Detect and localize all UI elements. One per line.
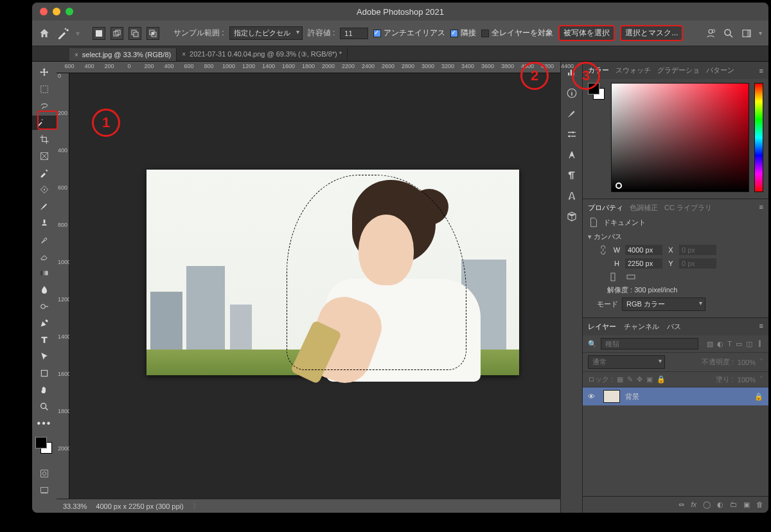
layer-name[interactable]: 背景 — [625, 392, 639, 402]
crop-tool-icon[interactable] — [35, 132, 53, 146]
document-tab[interactable]: × select.jpg @ 33.3% (RGB/8) — [69, 48, 177, 61]
eyedropper-tool-icon[interactable] — [35, 166, 53, 180]
canvas-stage[interactable] — [69, 73, 560, 499]
brush-tool-icon[interactable] — [35, 199, 53, 213]
delete-layer-icon[interactable]: 🗑 — [756, 501, 763, 509]
layer-thumbnail[interactable] — [603, 390, 620, 403]
glyphs-icon[interactable] — [566, 190, 578, 202]
zoom-tool-icon[interactable] — [35, 400, 53, 414]
layer-filter-select[interactable] — [601, 338, 698, 350]
document-canvas[interactable] — [146, 170, 519, 375]
close-tab-icon[interactable]: × — [75, 51, 78, 58]
all-layers-checkbox[interactable]: 全レイヤーを対象 — [481, 28, 553, 39]
character-icon[interactable] — [566, 149, 578, 161]
tab-gradients[interactable]: グラデーショ — [657, 66, 700, 75]
select-and-mask-button[interactable]: 選択とマスク... — [620, 25, 683, 41]
blur-tool-icon[interactable] — [35, 283, 53, 297]
brush-settings-icon[interactable] — [566, 108, 578, 120]
selection-add-icon[interactable] — [111, 27, 123, 40]
gradient-tool-icon[interactable] — [35, 266, 53, 280]
select-subject-button[interactable]: 被写体を選択 — [558, 25, 615, 41]
tab-swatches[interactable]: スウォッチ — [616, 66, 651, 75]
filter-shape-icon[interactable]: ▭ — [736, 340, 742, 348]
marquee-tool-icon[interactable] — [35, 82, 53, 96]
tab-patterns[interactable]: パターン — [706, 66, 734, 75]
selection-subtract-icon[interactable] — [128, 27, 141, 40]
filter-adjust-icon[interactable]: ◐ — [717, 340, 723, 348]
hue-slider[interactable] — [754, 83, 763, 192]
lock-all-icon[interactable]: 🔒 — [657, 375, 666, 384]
filter-toggle-icon[interactable]: ⏽ — [756, 340, 763, 348]
info-icon[interactable] — [566, 87, 578, 99]
new-adjustment-icon[interactable]: ◐ — [717, 501, 723, 509]
link-layers-icon[interactable]: ⇔ — [678, 501, 684, 509]
sample-size-select[interactable]: 指定したピクセル — [229, 26, 303, 40]
new-group-icon[interactable]: 🗀 — [730, 501, 737, 509]
tab-cc-libraries[interactable]: CC ライブラリ — [664, 203, 712, 213]
lock-pixels-icon[interactable]: ▦ — [617, 375, 623, 384]
history-brush-tool-icon[interactable] — [35, 233, 53, 247]
panel-menu-icon[interactable]: ≡ — [759, 67, 763, 75]
color-swatch-icon[interactable] — [588, 83, 606, 101]
healing-brush-tool-icon[interactable] — [35, 182, 53, 197]
orientation-landscape-icon[interactable] — [625, 271, 637, 283]
dodge-tool-icon[interactable] — [35, 299, 53, 314]
lock-paint-icon[interactable]: ✎ — [627, 375, 633, 384]
document-tab[interactable]: × 2021-07-31 0.40.04.png @ 69.3% (③, RGB… — [177, 48, 348, 61]
tab-color[interactable]: カラー — [588, 66, 609, 75]
active-tool-icon[interactable] — [55, 26, 71, 41]
contiguous-checkbox[interactable]: 隣接 — [450, 28, 476, 39]
height-input[interactable] — [625, 258, 662, 269]
orientation-portrait-icon[interactable] — [607, 271, 619, 283]
frame-tool-icon[interactable] — [35, 149, 53, 163]
home-icon[interactable] — [39, 28, 50, 39]
screen-mode-icon[interactable] — [35, 483, 53, 497]
tab-layers[interactable]: レイヤー — [588, 322, 616, 332]
type-tool-icon[interactable] — [35, 333, 53, 347]
foreground-background-swatch[interactable] — [35, 437, 53, 455]
tolerance-input[interactable] — [340, 28, 368, 39]
filter-type-icon[interactable]: T — [727, 340, 732, 348]
hand-tool-icon[interactable] — [35, 383, 53, 397]
layer-fx-icon[interactable]: fx — [691, 501, 696, 509]
lock-icon[interactable]: 🔒 — [754, 393, 763, 401]
panel-menu-icon[interactable]: ≡ — [759, 203, 763, 213]
filter-smart-icon[interactable]: ◫ — [746, 340, 752, 348]
workspace-switcher-icon[interactable] — [741, 28, 752, 39]
move-tool-icon[interactable] — [35, 66, 53, 80]
lasso-tool-icon[interactable] — [35, 99, 53, 113]
lock-artboard-icon[interactable]: ▣ — [646, 375, 653, 384]
close-tab-icon[interactable]: × — [182, 51, 186, 58]
tab-properties[interactable]: プロパティ — [588, 203, 623, 213]
tab-adjustments[interactable]: 色調補正 — [630, 203, 658, 213]
antialias-checkbox[interactable]: アンチエイリアス — [373, 28, 445, 39]
width-input[interactable] — [625, 245, 662, 255]
panel-menu-icon[interactable]: ≡ — [759, 322, 763, 332]
selection-intersect-icon[interactable] — [146, 27, 159, 40]
color-field[interactable] — [611, 83, 749, 192]
pen-tool-icon[interactable] — [35, 316, 53, 330]
libraries-3d-icon[interactable] — [566, 211, 578, 222]
layer-row[interactable]: 👁 背景 🔒 — [583, 387, 768, 405]
filter-pixel-icon[interactable]: ▧ — [707, 340, 713, 348]
cloud-docs-icon[interactable] — [705, 28, 716, 39]
zoom-status[interactable]: 33.33% — [63, 502, 87, 510]
search-icon[interactable] — [723, 28, 734, 39]
adjustments-icon[interactable] — [566, 129, 578, 140]
quickmask-icon[interactable] — [35, 466, 53, 481]
lock-position-icon[interactable]: ✥ — [637, 375, 642, 384]
eraser-tool-icon[interactable] — [35, 249, 53, 263]
close-window-button[interactable] — [40, 8, 48, 15]
tab-channels[interactable]: チャンネル — [624, 322, 659, 332]
clone-stamp-tool-icon[interactable] — [35, 216, 53, 230]
tab-paths[interactable]: パス — [667, 322, 681, 332]
visibility-icon[interactable]: 👁 — [588, 393, 598, 400]
link-icon[interactable] — [597, 244, 608, 256]
layer-mask-icon[interactable]: ◯ — [703, 501, 711, 509]
shape-tool-icon[interactable] — [35, 366, 53, 380]
color-mode-select[interactable]: RGB カラー — [622, 297, 705, 311]
paragraph-icon[interactable] — [566, 170, 578, 181]
minimize-window-button[interactable] — [53, 8, 60, 15]
zoom-window-button[interactable] — [66, 8, 73, 15]
selection-new-icon[interactable] — [93, 27, 105, 40]
